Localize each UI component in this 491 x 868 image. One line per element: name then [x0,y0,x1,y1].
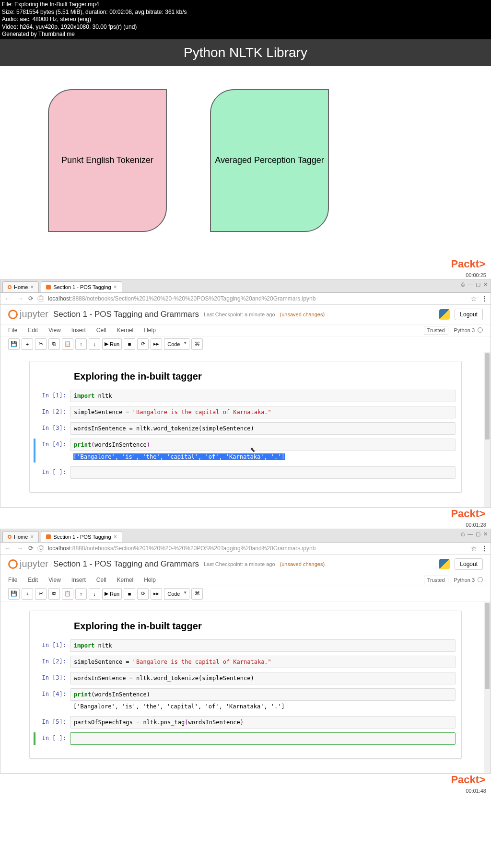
cell-input-2[interactable]: simpleSentence = "Bangalore is the capit… [70,656,456,668]
bookmark-icon[interactable]: ☆ [471,295,477,302]
url-field[interactable]: localhost:8888/notebooks/Section%201%20%… [48,295,467,302]
close-icon[interactable]: × [114,533,117,540]
trusted-badge[interactable]: Trusted [424,576,448,584]
jupyter-logo-wrap[interactable]: jupyter [8,309,48,320]
move-down-button[interactable]: ↓ [89,588,100,600]
cut-button[interactable]: ✂ [35,588,47,600]
command-palette-button[interactable]: ⌘ [191,338,203,350]
close-icon[interactable]: × [30,533,34,540]
cell-row-4-active[interactable]: In [4]: print(wordsInSentence) ['Bangalo… [34,439,456,463]
menu-kernel[interactable]: Kernel [117,327,134,334]
minimize-icon[interactable]: — [468,281,473,288]
move-down-button[interactable]: ↓ [89,338,100,350]
menu-cell[interactable]: Cell [96,327,106,334]
cell-input-3[interactable]: wordsInSentence = nltk.word_tokenize(sim… [70,672,456,684]
maximize-icon[interactable]: ▢ [476,281,480,288]
cell-input-4[interactable]: print(wordsInSentence) [70,439,456,451]
cell-input-3[interactable]: wordsInSentence = nltk.word_tokenize(sim… [70,422,456,435]
menu-kernel[interactable]: Kernel [117,577,134,583]
cell-row-empty[interactable]: In [ ]: [35,466,456,479]
menu-cell[interactable]: Cell [96,577,106,583]
restart-button[interactable]: ⟳ [137,588,149,600]
cell-row-1[interactable]: In [1]: import nltk [35,390,456,402]
forward-button[interactable]: → [16,544,24,552]
close-window-icon[interactable]: ✕ [483,281,488,288]
scrollbar-thumb[interactable] [485,353,490,440]
tab-home[interactable]: Home × [2,531,39,542]
cell-type-select-wrap[interactable]: Code [164,588,189,600]
menu-help[interactable]: Help [144,577,156,583]
site-info-icon[interactable]: ⓘ [37,545,44,552]
cell-input-4[interactable]: print(wordsInSentence) [70,688,456,701]
menu-file[interactable]: File [8,577,17,583]
copy-button[interactable]: ⧉ [48,338,60,350]
kernel-indicator[interactable]: Python 3 [454,327,483,333]
kernel-indicator[interactable]: Python 3 [454,577,483,583]
scrollbar[interactable] [484,352,491,507]
back-button[interactable]: ← [3,544,12,552]
cell-type-select[interactable]: Code [164,338,189,350]
cell-row-empty-active[interactable]: In [ ]: [34,732,456,745]
logout-button[interactable]: Logout [455,309,483,320]
browser-menu-icon[interactable]: ⋮ [481,295,488,302]
stop-button[interactable]: ■ [124,338,135,350]
scrollbar-thumb[interactable] [485,603,490,689]
site-info-icon[interactable]: ⓘ [37,295,44,302]
menu-view[interactable]: View [48,327,61,334]
cell-row-4[interactable]: In [4]: print(wordsInSentence) ['Bangalo… [35,688,456,712]
reload-button[interactable]: ⟳ [28,544,34,552]
cell-type-select-wrap[interactable]: Code [164,338,189,350]
cell-input-empty[interactable] [70,732,456,745]
paste-button[interactable]: 📋 [62,588,73,600]
menu-insert[interactable]: Insert [71,577,86,583]
logout-button[interactable]: Logout [455,558,483,570]
add-cell-button[interactable]: + [22,588,33,600]
cell-row-1[interactable]: In [1]: import nltk [35,639,456,652]
run-button[interactable]: ▶ Run [102,588,122,600]
url-field[interactable]: localhost:8888/notebooks/Section%201%20%… [48,545,467,552]
stop-button[interactable]: ■ [124,588,135,600]
minimize-icon[interactable]: — [468,531,473,537]
forward-button[interactable]: → [16,295,24,302]
cell-row-2[interactable]: In [2]: simpleSentence = "Bangalore is t… [35,656,456,668]
back-button[interactable]: ← [3,295,12,302]
notebook-title[interactable]: Section 1 - POS Tagging and Grammars [53,310,199,319]
cell-row-3[interactable]: In [3]: wordsInSentence = nltk.word_toke… [35,422,456,435]
restart-button[interactable]: ⟳ [137,338,149,350]
add-cell-button[interactable]: + [22,338,33,350]
move-up-button[interactable]: ↑ [75,588,87,600]
paste-button[interactable]: 📋 [62,338,73,350]
trusted-badge[interactable]: Trusted [424,326,448,335]
cell-row-5[interactable]: In [5]: partsOfSpeechTags = nltk.pos_tag… [35,716,456,729]
copy-button[interactable]: ⧉ [48,588,60,600]
restart-run-all-button[interactable]: ▸▸ [151,338,162,350]
cell-row-2[interactable]: In [2]: simpleSentence = "Bangalore is t… [35,406,456,418]
menu-edit[interactable]: Edit [28,577,38,583]
cell-input-2[interactable]: simpleSentence = "Bangalore is the capit… [70,406,456,418]
maximize-icon[interactable]: ▢ [476,531,480,537]
close-icon[interactable]: × [30,284,34,290]
scrollbar[interactable] [484,602,491,773]
tab-notebook[interactable]: Section 1 - POS Tagging × [41,531,122,542]
cell-row-3[interactable]: In [3]: wordsInSentence = nltk.word_toke… [35,672,456,684]
run-button[interactable]: ▶ Run [102,338,122,350]
tab-notebook[interactable]: Section 1 - POS Tagging × [41,281,122,292]
cell-type-select[interactable]: Code [164,588,189,600]
user-icon[interactable]: ⎙ [461,281,465,288]
save-button[interactable]: 💾 [8,588,20,600]
command-palette-button[interactable]: ⌘ [191,588,203,600]
close-window-icon[interactable]: ✕ [483,531,488,537]
cell-input-1[interactable]: import nltk [70,390,456,402]
user-icon[interactable]: ⎙ [461,531,465,537]
bookmark-icon[interactable]: ☆ [471,544,477,552]
move-up-button[interactable]: ↑ [75,338,87,350]
cut-button[interactable]: ✂ [35,338,47,350]
restart-run-all-button[interactable]: ▸▸ [151,588,162,600]
menu-edit[interactable]: Edit [28,327,38,334]
menu-view[interactable]: View [48,577,61,583]
cell-input-5[interactable]: partsOfSpeechTags = nltk.pos_tag(wordsIn… [70,716,456,729]
cell-input-1[interactable]: import nltk [70,639,456,652]
close-icon[interactable]: × [114,284,117,290]
jupyter-logo-wrap[interactable]: jupyter [8,558,48,569]
menu-insert[interactable]: Insert [71,327,86,334]
